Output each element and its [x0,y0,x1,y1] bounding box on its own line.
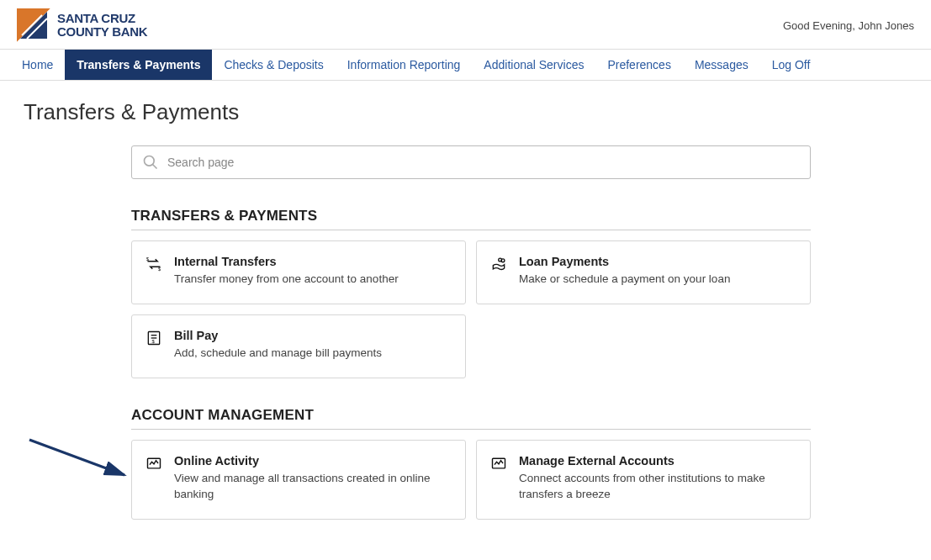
card-bill-pay[interactable]: $ Bill Pay Add, schedule and manage bill… [131,314,466,378]
annotation-arrow-icon [25,433,135,483]
card-loan-payments[interactable]: Loan Payments Make or schedule a payment… [476,240,811,304]
transfers-card-grid: $$ Internal Transfers Transfer money fro… [131,240,811,378]
bank-logo-icon [17,8,50,42]
nav-checks-deposits[interactable]: Checks & Deposits [212,50,335,80]
main-nav: Home Transfers & Payments Checks & Depos… [0,50,931,81]
card-title: Internal Transfers [174,255,399,268]
section-heading-account: ACCOUNT MANAGEMENT [131,407,811,430]
nav-home[interactable]: Home [10,50,65,80]
nav-transfers-payments[interactable]: Transfers & Payments [65,50,212,80]
bill-icon: $ [145,330,162,346]
card-desc: Transfer money from one account to anoth… [174,272,399,287]
card-desc: Make or schedule a payment on your loan [519,272,730,287]
account-card-grid: Online Activity View and manage all tran… [131,440,811,519]
card-title: Loan Payments [519,255,730,268]
svg-line-6 [153,165,157,169]
greeting-text: Good Evening, John Jones [783,19,914,32]
loan-icon [490,256,507,272]
header: SANTA CRUZ COUNTY BANK Good Evening, Joh… [0,0,931,50]
transfer-icon: $$ [145,256,162,272]
nav-messages[interactable]: Messages [683,50,760,80]
brand-logo: SANTA CRUZ COUNTY BANK [17,8,147,42]
svg-point-10 [501,259,505,262]
activity-icon [145,455,162,472]
section-heading-transfers: TRANSFERS & PAYMENTS [131,208,811,230]
search-input[interactable] [167,156,800,169]
svg-line-17 [29,440,124,475]
card-manage-external-accounts[interactable]: Manage External Accounts Connect account… [476,440,811,519]
card-title: Manage External Accounts [519,454,796,468]
brand-line1: SANTA CRUZ [57,12,147,25]
activity-icon [490,455,507,472]
card-online-activity[interactable]: Online Activity View and manage all tran… [131,440,466,519]
nav-additional-services[interactable]: Additional Services [472,50,595,80]
card-title: Online Activity [174,454,452,468]
page-title: Transfers & Payments [0,81,931,125]
card-desc: Connect accounts from other institutions… [519,471,796,501]
search-icon [142,154,159,171]
nav-information-reporting[interactable]: Information Reporting [336,50,473,80]
svg-point-5 [145,156,155,166]
svg-text:$: $ [158,267,161,272]
card-internal-transfers[interactable]: $$ Internal Transfers Transfer money fro… [131,240,466,304]
svg-text:$: $ [152,339,156,344]
nav-preferences[interactable]: Preferences [595,50,682,80]
search-container[interactable] [131,145,811,179]
card-desc: Add, schedule and manage bill payments [174,346,382,361]
card-title: Bill Pay [174,329,382,342]
content-area: TRANSFERS & PAYMENTS $$ Internal Transfe… [131,145,811,520]
nav-log-off[interactable]: Log Off [760,50,823,80]
brand-line2: COUNTY BANK [57,25,147,39]
card-desc: View and manage all transactions created… [174,471,452,501]
